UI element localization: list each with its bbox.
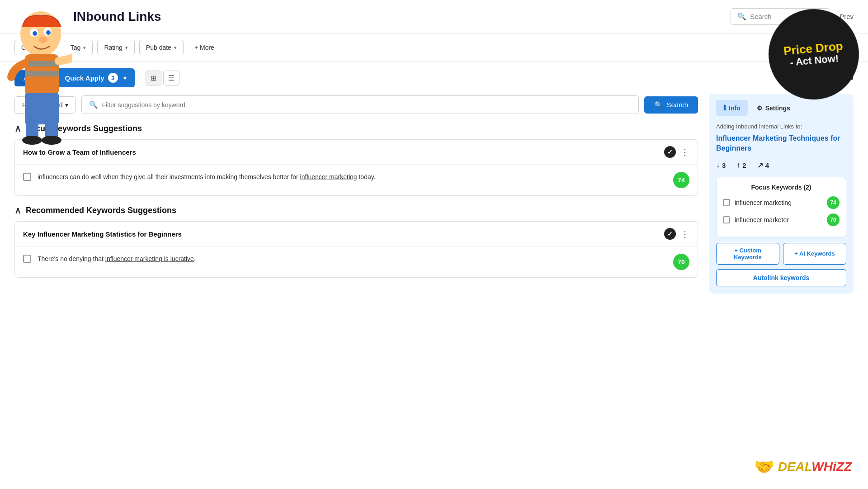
keyword-search-button[interactable]: 🔍 Search: [644, 96, 698, 114]
deal-text: DEALWHiZZ: [778, 460, 852, 474]
svg-point-12: [22, 136, 42, 145]
info-subtitle: Adding Inbound Internal Links to:: [716, 123, 846, 130]
card-body-text: influencers can do well when they give a…: [38, 172, 667, 182]
autolink-keywords-button[interactable]: Autolink keywords: [716, 269, 846, 286]
search-icon: 🔍: [89, 100, 98, 109]
keyword-score-1: 70: [827, 214, 840, 226]
card-options-button[interactable]: ⋮: [680, 229, 689, 238]
stat-up: ↑ 2: [736, 161, 746, 170]
more-button[interactable]: + More: [188, 40, 221, 55]
card-options-button[interactable]: ⋮: [680, 147, 689, 157]
score-badge: 70: [673, 254, 689, 270]
svg-rect-9: [25, 93, 59, 124]
recommended-keywords-section-header[interactable]: ∧ Recommended Keywords Suggestions: [14, 205, 698, 216]
keyword-checkbox-1[interactable]: [723, 216, 730, 223]
card-title: Key Influencer Marketing Statistics for …: [23, 230, 182, 238]
keyword-link[interactable]: influencer marketing: [300, 173, 357, 180]
svg-point-5: [38, 37, 47, 43]
keyword-name-1: influencer marketer: [735, 216, 822, 223]
focus-keywords-title: Focus Keywords (2): [723, 184, 840, 191]
score-badge: 74: [673, 172, 689, 188]
keyword-checkbox-0[interactable]: [723, 199, 730, 206]
custom-keywords-button[interactable]: + Custom Keywords: [716, 243, 779, 265]
card-checkbox[interactable]: [23, 173, 31, 181]
stat-down: ↓ 3: [716, 161, 726, 170]
chevron-down-icon: ▾: [125, 45, 128, 51]
svg-point-13: [42, 136, 61, 145]
search-icon: 🔍: [654, 101, 663, 109]
arrow-down-icon: ↓: [716, 161, 720, 169]
svg-rect-7: [25, 61, 59, 66]
keyword-score-0: 74: [827, 196, 840, 209]
grid-view-button[interactable]: ⊞: [146, 71, 161, 85]
keyword-link[interactable]: influencer marketing is lucrative: [105, 255, 194, 262]
keyword-search-input[interactable]: [102, 101, 631, 109]
recommended-card-0: Key Influencer Marketing Statistics for …: [14, 221, 698, 278]
focus-keywords-section-header[interactable]: ∧ Focus Keywords Suggestions: [14, 123, 698, 134]
arrow-up-icon: ↑: [736, 161, 740, 169]
pubdate-filter[interactable]: Pub date ▾: [139, 40, 184, 55]
tab-info[interactable]: ℹ Info: [716, 100, 748, 116]
keyword-row-0: influencer marketing 74: [723, 196, 840, 209]
svg-rect-8: [25, 71, 59, 76]
card-checkbox[interactable]: [23, 255, 31, 263]
info-icon: ℹ: [723, 104, 726, 112]
svg-point-3: [33, 31, 37, 36]
chevron-down-icon: ▾: [83, 45, 86, 51]
info-page-title: Influencer Marketing Techniques for Begi…: [716, 133, 846, 154]
card-body-text: There's no denying that influencer marke…: [38, 254, 667, 264]
external-link-icon: ↗: [757, 161, 763, 170]
ai-keywords-button[interactable]: + AI Keywords: [783, 243, 846, 265]
keyword-name-0: influencer marketing: [735, 199, 822, 206]
gear-icon: ⚙: [757, 104, 763, 112]
focus-card-0: How to Grow a Team of Influencers ✓ ⋮ in…: [14, 139, 698, 196]
page-title: INbound Links: [14, 9, 723, 24]
chevron-down-icon: ▾: [174, 45, 177, 51]
quick-apply-count: 3: [108, 73, 118, 83]
handshake-icon: 🤝: [754, 457, 774, 476]
collapse-icon: ∧: [14, 205, 21, 216]
cartoon-character: [0, 9, 72, 145]
list-view-button[interactable]: ☰: [163, 71, 179, 85]
check-circle-icon: ✓: [664, 146, 676, 158]
stat-ext: ↗ 4: [757, 161, 769, 170]
deal-whizz-ad[interactable]: 🤝 DEALWHiZZ: [747, 454, 859, 480]
svg-point-4: [46, 30, 51, 35]
keyword-row-1: influencer marketer 70: [723, 214, 840, 226]
search-icon: 🔍: [737, 12, 746, 21]
check-circle-icon: ✓: [664, 228, 676, 240]
chevron-down-icon: ▾: [123, 75, 127, 81]
rating-filter[interactable]: Rating ▾: [97, 40, 134, 55]
keyword-search-box[interactable]: 🔍: [81, 95, 639, 114]
tab-settings[interactable]: ⚙ Settings: [750, 101, 797, 115]
card-title: How to Grow a Team of Influencers: [23, 148, 136, 156]
